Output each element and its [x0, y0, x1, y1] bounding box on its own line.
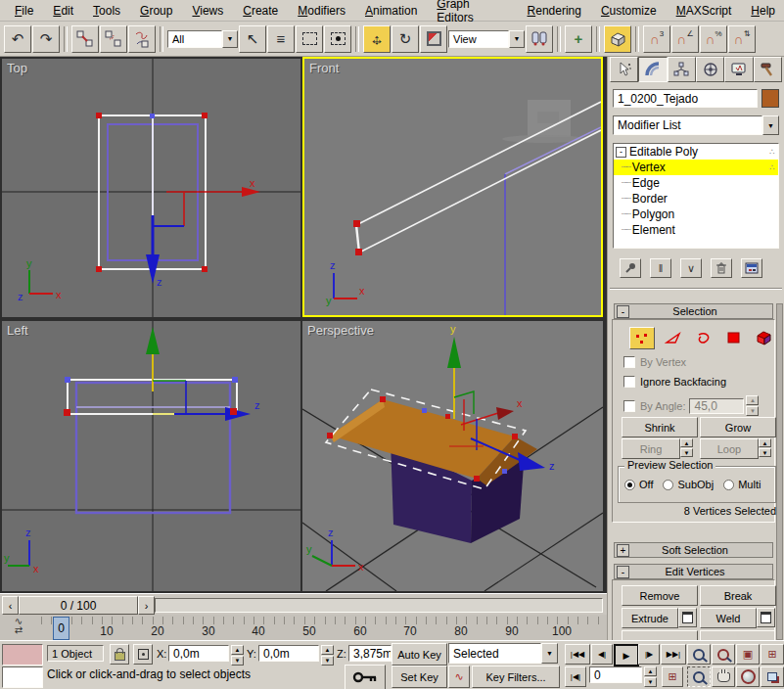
edit-vertices-rollout-header[interactable]: - Edit Vertices [614, 564, 773, 579]
menu-modifiers[interactable]: Modifiers [289, 2, 354, 20]
snaps-toggle-icon[interactable]: ∩3 [643, 25, 670, 53]
object-color-swatch[interactable] [761, 89, 779, 108]
show-end-result-icon[interactable]: ‖ [650, 258, 671, 278]
spin-down-icon[interactable]: ▼ [746, 406, 759, 416]
selection-lock-icon[interactable] [110, 644, 129, 665]
maxscript-listener-pink[interactable] [2, 644, 43, 666]
auto-key-button[interactable]: Auto Key [392, 643, 447, 666]
previous-frame-icon[interactable]: ◀| [591, 644, 613, 665]
track-bar-ruler[interactable]: 10 20 30 40 50 60 70 80 90 100 0 [41, 617, 603, 638]
element-mode-icon[interactable] [753, 327, 776, 347]
select-and-link-icon[interactable] [71, 25, 99, 53]
extrude-settings-icon[interactable] [678, 608, 697, 627]
use-pivot-point-center-icon[interactable] [526, 25, 553, 53]
default-tangent-curve-icon[interactable]: ∿ [448, 666, 470, 688]
by-angle-checkbox[interactable]: By Angle: 45,0 ▲ ▼ [623, 395, 759, 416]
spin-down-icon[interactable]: ▼ [759, 448, 771, 457]
loop-button[interactable]: Loop [700, 438, 759, 459]
frame-spinner[interactable]: ▲ ▼ [644, 666, 657, 687]
chevron-down-icon[interactable]: ▼ [509, 30, 525, 48]
rectangular-selection-region-icon[interactable] [296, 25, 323, 53]
radio-icon[interactable] [663, 480, 673, 490]
panel-scrollbar[interactable] [776, 303, 783, 640]
by-angle-spinner[interactable]: ▲ ▼ [746, 395, 759, 416]
min-max-toggle-icon[interactable] [761, 666, 784, 687]
selection-filter-dropdown[interactable]: All ▼ [167, 29, 238, 49]
keyboard-override-toggle-icon[interactable] [604, 25, 631, 53]
preview-multi-radio[interactable]: Multi [723, 479, 761, 490]
select-and-move-icon[interactable]: ↔↕ [363, 25, 391, 53]
remove-button[interactable]: Remove [622, 585, 698, 606]
spin-down-icon[interactable]: ▼ [680, 448, 693, 457]
viewport-top[interactable]: x z y x z Top [2, 59, 300, 317]
menu-views[interactable]: Views [183, 2, 232, 20]
zoom-all-icon[interactable] [712, 644, 735, 665]
collapse-icon[interactable]: - [616, 147, 626, 158]
key-mode-toggle-icon[interactable]: |◀| [565, 666, 586, 687]
pin-stack-icon[interactable] [620, 258, 641, 278]
select-object-icon[interactable]: ↖ [239, 25, 266, 53]
ignore-backfacing-checkbox[interactable]: Ignore Backfacing [623, 376, 726, 388]
stack-row-border[interactable]: ┈┈Border [614, 191, 778, 207]
stack-row-element[interactable]: ┈┈Element [614, 222, 778, 238]
track-bar-frame-handle[interactable]: 0 [53, 617, 69, 640]
spin-up-icon[interactable]: ▲ [644, 666, 657, 676]
loop-spinner[interactable]: ▲ ▼ [759, 438, 771, 457]
radio-icon[interactable] [723, 480, 734, 490]
menu-animation[interactable]: Animation [356, 2, 426, 20]
redo-icon[interactable]: ↷ [32, 25, 60, 53]
stack-row-vertex[interactable]: ┈┈Vertex ∴ [614, 160, 778, 175]
menu-maxscript[interactable]: MAXScript [668, 2, 741, 20]
select-by-name-icon[interactable]: ≡ [267, 25, 295, 53]
weld-settings-icon[interactable] [757, 608, 775, 627]
ring-spinner[interactable]: ▲ ▼ [680, 438, 693, 457]
tab-motion-icon[interactable] [696, 57, 724, 82]
go-to-end-icon[interactable]: ▶▶| [661, 644, 686, 665]
checkbox-icon[interactable] [623, 376, 635, 388]
time-slider-button[interactable]: 0 / 100 [19, 596, 138, 615]
configure-modifier-sets-icon[interactable] [741, 258, 762, 278]
menu-edit[interactable]: Edit [44, 2, 82, 20]
menu-group[interactable]: Group [131, 2, 181, 20]
chevron-down-icon[interactable]: ▼ [541, 643, 558, 664]
object-name-field[interactable]: 1_0200_Tejado [613, 89, 758, 108]
vertex-mode-icon[interactable] [629, 327, 655, 349]
break-button[interactable]: Break [700, 585, 776, 606]
next-frame-icon[interactable]: |▶ [638, 644, 660, 665]
selection-rollout-header[interactable]: - Selection [614, 303, 773, 319]
spinner-snap-icon[interactable]: ∩⇅ [728, 25, 756, 53]
radio-icon[interactable] [624, 480, 635, 490]
x-coord-field[interactable]: 0,0m [168, 645, 229, 662]
current-frame-field[interactable]: 0 [589, 666, 642, 683]
stack-row-edge[interactable]: ┈┈Edge [614, 175, 778, 191]
collapse-icon[interactable]: - [617, 305, 629, 318]
spin-down-icon[interactable]: ▼ [321, 656, 334, 666]
shrink-button[interactable]: Shrink [622, 417, 698, 437]
collapse-icon[interactable]: - [617, 566, 629, 578]
mini-curve-editor-icon[interactable]: ∿⇄ [4, 617, 33, 637]
make-unique-icon[interactable]: ∨ [680, 258, 702, 278]
y-coord-spinner[interactable]: ▲ ▼ [321, 645, 334, 666]
tab-display-icon[interactable] [724, 57, 753, 82]
arc-rotate-icon[interactable] [736, 666, 760, 687]
menu-customize[interactable]: Customize [592, 2, 666, 20]
weld-button[interactable]: Weld [700, 608, 757, 628]
play-animation-icon[interactable]: ▶ [614, 644, 639, 666]
edge-mode-icon[interactable] [662, 327, 685, 347]
select-and-scale-icon[interactable] [420, 25, 447, 53]
viewport-front[interactable]: z x y Front [302, 57, 603, 317]
preview-subobj-radio[interactable]: SubObj [663, 479, 714, 490]
expand-icon[interactable]: + [617, 544, 629, 557]
zoom-extents-all-icon[interactable]: ⊞ [761, 644, 784, 665]
menu-rendering[interactable]: Rendering [519, 2, 590, 20]
tab-create-icon[interactable] [610, 57, 638, 82]
maxscript-listener-white[interactable] [2, 666, 43, 688]
modifier-list-dropdown[interactable]: Modifier List ▼ [613, 115, 779, 135]
reference-coordinate-system-dropdown[interactable]: View ▼ [448, 29, 525, 49]
viewport-perspective[interactable]: y x z z y x Perspective [302, 321, 603, 591]
time-slider-next-button[interactable]: › [138, 596, 155, 615]
stack-row-editable-poly[interactable]: - Editable Poly ∴ [614, 144, 778, 160]
set-keys-key-icon[interactable] [345, 665, 386, 689]
menu-create[interactable]: Create [234, 2, 287, 20]
spin-down-icon[interactable]: ▼ [644, 677, 657, 687]
